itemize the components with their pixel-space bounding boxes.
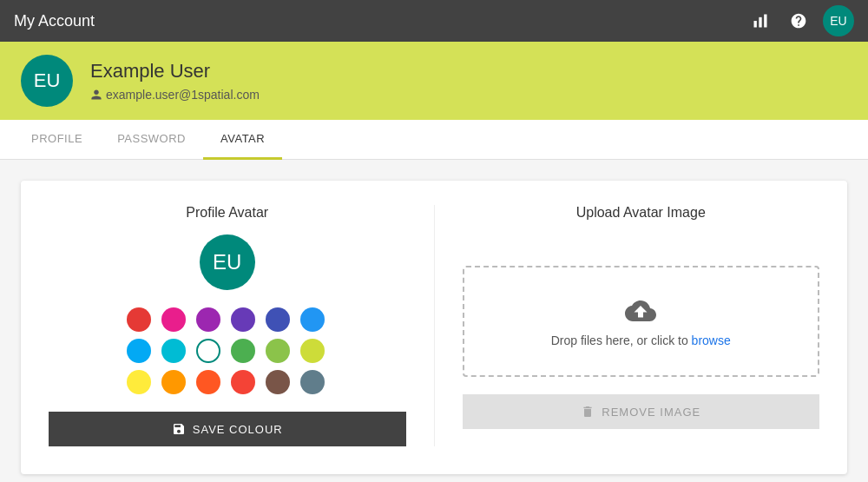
header-band: EU Example User example.user@1spatial.co…	[0, 42, 868, 120]
color-dot-brown[interactable]	[266, 370, 290, 394]
browse-link[interactable]: browse	[692, 333, 731, 347]
person-icon	[90, 89, 102, 101]
color-dot-lime[interactable]	[300, 339, 325, 363]
remove-image-button[interactable]: REMOVE IMAGE	[463, 394, 820, 429]
tab-profile[interactable]: PROFILE	[14, 120, 100, 160]
header-email: example.user@1spatial.com	[90, 88, 260, 102]
user-nav-avatar[interactable]: EU	[823, 5, 854, 36]
color-dot-pink[interactable]	[161, 307, 186, 332]
header-user-info: Example User example.user@1spatial.com	[90, 60, 260, 102]
help-icon[interactable]	[785, 7, 812, 35]
color-dot-blue-grey[interactable]	[300, 370, 325, 394]
header-avatar: EU	[21, 55, 73, 107]
bar-chart-icon[interactable]	[746, 7, 774, 35]
upload-dropzone[interactable]: Drop files here, or click to browse	[463, 266, 820, 377]
color-dot-purple[interactable]	[196, 307, 220, 332]
color-dot-green[interactable]	[231, 339, 255, 363]
svg-rect-2	[764, 15, 766, 28]
avatar-preview: EU	[200, 234, 255, 290]
color-dot-red[interactable]	[127, 307, 151, 332]
color-dot-yellow[interactable]	[127, 370, 151, 394]
header-username: Example User	[90, 60, 260, 83]
svg-rect-0	[754, 21, 757, 28]
color-dot-cyan[interactable]	[161, 339, 186, 363]
color-dot-deep-orange[interactable]	[231, 370, 255, 394]
upload-panel: Upload Avatar Image Drop files here, or …	[435, 205, 820, 446]
color-dot-blue[interactable]	[300, 307, 325, 332]
avatar-panel-title: Profile Avatar	[186, 205, 268, 221]
color-dot-amber[interactable]	[161, 370, 186, 394]
card: Profile Avatar EU	[21, 181, 847, 474]
top-nav: My Account EU	[0, 0, 868, 42]
color-dot-teal-selected[interactable]	[196, 339, 220, 363]
color-dot-indigo[interactable]	[266, 307, 290, 332]
delete-icon	[581, 405, 595, 419]
save-colour-button[interactable]: SAVE COLOUR	[49, 412, 406, 446]
color-dot-light-blue[interactable]	[127, 339, 151, 363]
avatar-panel: Profile Avatar EU	[49, 205, 435, 446]
tabs-bar: PROFILE PASSWORD AVATAR	[0, 120, 868, 160]
save-icon	[172, 422, 186, 436]
svg-rect-1	[759, 17, 761, 28]
main-content: Profile Avatar EU	[0, 160, 868, 479]
upload-drop-text: Drop files here, or click to browse	[551, 333, 731, 347]
tab-avatar[interactable]: AVATAR	[203, 120, 282, 160]
upload-panel-title: Upload Avatar Image	[576, 205, 706, 221]
color-grid	[127, 307, 328, 394]
app-title: My Account	[14, 12, 95, 30]
nav-icons: EU	[746, 5, 854, 36]
upload-cloud-icon	[625, 295, 656, 327]
color-dot-light-green[interactable]	[266, 339, 290, 363]
color-dot-deep-purple[interactable]	[231, 307, 255, 332]
tab-password[interactable]: PASSWORD	[100, 120, 203, 160]
color-dot-orange[interactable]	[196, 370, 220, 394]
